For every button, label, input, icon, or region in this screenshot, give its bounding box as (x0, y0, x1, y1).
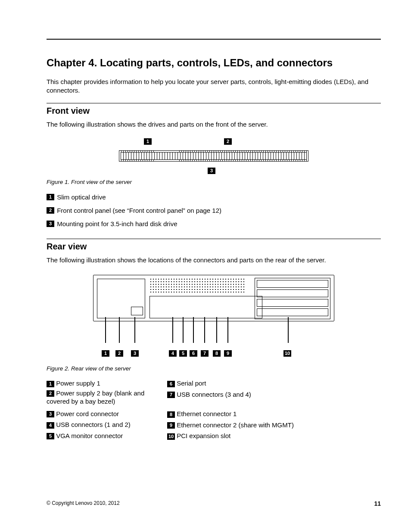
badge-icon: 3 (47, 221, 54, 227)
badge-icon: 7 (167, 392, 175, 398)
psu-area (97, 279, 145, 318)
badge-icon: 1 (102, 350, 109, 357)
callout-text: Power supply 2 bay (blank and (56, 389, 144, 397)
rear-view-body: The following illustration shows the loc… (47, 256, 381, 264)
badge-icon: 9 (224, 350, 232, 357)
badge-icon: 7 (201, 350, 209, 357)
figure-2-rear-view: 1 2 3 4 5 6 7 8 9 10 (93, 275, 334, 358)
rear-callout-4: 4 USB connectors (1 and 2) (47, 419, 150, 430)
callout-text: Ethernet connector 1 (177, 410, 237, 417)
rule-top (47, 39, 381, 40)
io-plate (149, 296, 262, 318)
badge-icon: 1 (47, 194, 54, 200)
page-number: 11 (374, 500, 381, 507)
rear-callout-grid: 1 Power supply 1 2 Power supply 2 bay (b… (47, 378, 381, 442)
rear-col-right: 6 Serial port 7 USB connectors (3 and 4)… (167, 378, 296, 442)
rear-callout-5: 5 VGA monitor connector (47, 430, 150, 442)
badge-icon: 6 (167, 381, 175, 387)
rear-view-heading: Rear view (47, 242, 381, 252)
figure-1-front-view: 1 2 3 (119, 137, 308, 174)
rear-callout-7: 7 USB connectors (3 and 4) (167, 389, 296, 400)
callout-text: Ethernet connector 2 (share with MGMT) (177, 421, 294, 429)
badge-icon: 10 (283, 350, 291, 357)
chapter-title: Chapter 4. Locating parts, controls, LED… (47, 57, 381, 69)
callout-text: PCI expansion slot (177, 432, 230, 439)
slot (257, 280, 328, 288)
callout-badge-2-icon: 2 (224, 138, 232, 145)
ventilation-area (149, 278, 244, 293)
callout-text: Power cord connector (56, 410, 119, 417)
figure-1-caption: Figure 1. Front view of the server (47, 179, 381, 185)
rear-callout-6: 6 Serial port (167, 378, 296, 389)
page-footer: © Copyright Lenovo 2010, 2012 11 (47, 500, 381, 507)
front-callout-3: 3 Mounting point for 3.5-inch hard disk … (47, 218, 381, 229)
rule-rearview (47, 239, 381, 239)
pci-slots (255, 278, 330, 319)
slot (257, 308, 328, 316)
badge-icon: 9 (167, 422, 175, 429)
callout-text: Front control panel (see “Front control … (57, 207, 221, 214)
rear-callout-8: 8 Ethernet connector 1 (167, 408, 296, 420)
rear-callout-2: 2 Power supply 2 bay (blank and covered … (47, 389, 150, 406)
page: Chapter 4. Locating parts, controls, LED… (0, 0, 411, 532)
server-front-illustration (119, 150, 308, 162)
callout-badge-3-icon: 3 (208, 168, 215, 174)
callout-text: Serial port (177, 380, 206, 387)
badge-icon: 5 (179, 350, 187, 357)
rear-callout-badges: 1 2 3 4 5 6 7 8 9 10 (93, 349, 334, 358)
callout-text: Slim optical drive (57, 193, 106, 201)
chapter-intro: This chapter provides information to hel… (47, 78, 381, 95)
badge-icon: 2 (115, 350, 123, 357)
slot (257, 289, 328, 297)
callout-text-cont: covered by a bay bezel) (47, 397, 150, 406)
badge-icon: 2 (47, 390, 54, 397)
slot (257, 299, 328, 307)
badge-icon: 5 (47, 433, 54, 439)
badge-icon: 3 (47, 411, 54, 417)
callout-text: Mounting point for 3.5-inch hard disk dr… (57, 220, 177, 227)
badge-icon: 4 (47, 422, 54, 429)
callout-text: Power supply 1 (56, 380, 100, 387)
badge-icon: 6 (190, 350, 197, 357)
rear-callout-3: 3 Power cord connector (47, 408, 150, 420)
rear-callout-10: 10 PCI expansion slot (167, 430, 296, 442)
front-callout-1: 1 Slim optical drive (47, 191, 381, 203)
front-callout-2: 2 Front control panel (see “Front contro… (47, 205, 381, 216)
callout-text: VGA monitor connector (56, 432, 123, 439)
rule-frontview (47, 103, 381, 103)
front-callout-list: 1 Slim optical drive 2 Front control pan… (47, 191, 381, 229)
callout-text: USB connectors (1 and 2) (56, 421, 131, 428)
badge-icon: 2 (47, 207, 54, 214)
copyright-text: © Copyright Lenovo 2010, 2012 (47, 500, 120, 506)
leader-lines (93, 321, 334, 349)
badge-icon: 3 (131, 350, 139, 357)
badge-icon: 10 (167, 433, 175, 440)
badge-icon: 1 (47, 381, 54, 387)
badge-icon: 8 (167, 411, 175, 418)
figure-2-caption: Figure 2. Rear view of the server (47, 365, 381, 372)
callout-badge-1-icon: 1 (144, 138, 152, 145)
rear-callout-1: 1 Power supply 1 (47, 378, 150, 389)
rear-callout-9: 9 Ethernet connector 2 (share with MGMT) (167, 420, 296, 431)
badge-icon: 8 (213, 350, 221, 357)
rear-col-left: 1 Power supply 1 2 Power supply 2 bay (b… (47, 378, 150, 442)
server-rear-illustration (93, 275, 334, 321)
callout-text: USB connectors (3 and 4) (177, 391, 251, 398)
front-view-body: The following illustration shows the dri… (47, 120, 381, 129)
badge-icon: 4 (169, 350, 177, 357)
front-view-heading: Front view (47, 106, 381, 116)
